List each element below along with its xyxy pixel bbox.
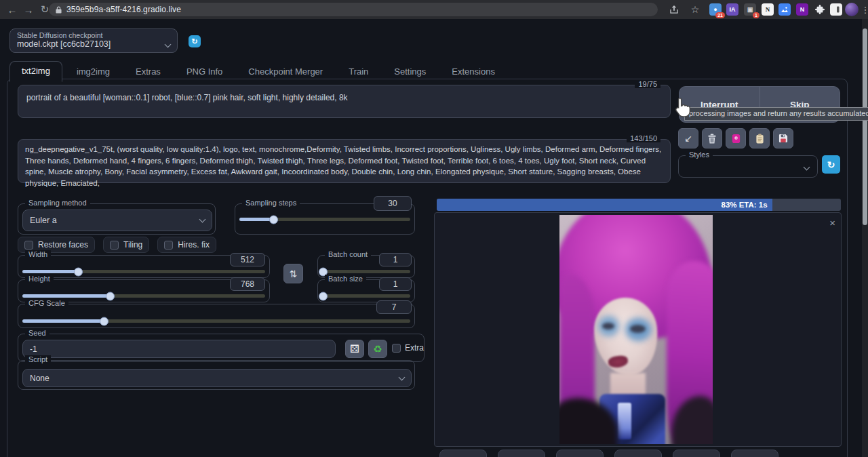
sampling-method-select[interactable]: Euler a	[22, 210, 212, 231]
chevron-down-icon	[199, 216, 206, 223]
scrollbar-thumb[interactable]	[863, 28, 867, 225]
checkpoint-label: Stable Diffusion checkpoint	[17, 31, 170, 39]
result-action-button-6[interactable]	[731, 450, 778, 457]
sampling-method-block: Sampling method Euler a	[18, 203, 216, 235]
tab-txt2img[interactable]: txt2img	[9, 61, 62, 82]
url-text: 359e5b9a-a5ff-4216.gradio.live	[66, 5, 181, 14]
cfg-scale-block: CFG Scale 7	[18, 304, 415, 328]
swap-arrows-icon: ⇅	[290, 269, 298, 279]
styles-refresh-button[interactable]: ↻	[822, 155, 840, 174]
sampling-steps-slider[interactable]	[239, 218, 410, 221]
prompt-textarea[interactable]: 19/75 portrait of a beautiful [woman::0.…	[18, 85, 671, 118]
tab-checkpoint-merger[interactable]: Checkpoint Merger	[237, 62, 334, 82]
clear-prompt-button[interactable]	[702, 128, 722, 148]
extra-seed-checkbox[interactable]	[392, 344, 401, 353]
notion-extension-icon[interactable]: N	[762, 3, 774, 16]
sampling-steps-input[interactable]: 30	[374, 196, 412, 211]
script-value: None	[30, 374, 50, 383]
browser-menu-icon[interactable]: ⋮	[859, 3, 868, 16]
save-style-button[interactable]	[773, 128, 793, 148]
slider-thumb[interactable]	[100, 317, 108, 325]
reuse-seed-button[interactable]: ♻	[368, 340, 387, 358]
height-slider[interactable]	[22, 294, 265, 298]
cfg-scale-slider[interactable]	[22, 319, 410, 323]
checkpoint-dropdown[interactable]: Stable Diffusion checkpoint model.ckpt […	[9, 28, 178, 53]
negative-prompt-textarea[interactable]: 143/150 ng_deepnegative_v1_75t, (worst q…	[18, 139, 671, 183]
chevron-down-icon	[399, 374, 406, 380]
url-bar[interactable]: 359e5b9a-a5ff-4216.gradio.live	[49, 3, 658, 16]
width-slider[interactable]	[22, 270, 265, 273]
cfg-scale-input[interactable]: 7	[376, 300, 412, 314]
result-action-button-5[interactable]	[673, 450, 720, 457]
height-input[interactable]: 768	[230, 277, 265, 291]
checkbox-icon	[110, 241, 119, 250]
checkbox-icon	[24, 241, 33, 250]
tab-img2img[interactable]: img2img	[65, 62, 121, 82]
tiling-checkbox[interactable]: Tiling	[103, 237, 149, 253]
profile-avatar[interactable]	[845, 3, 859, 16]
sampling-method-value: Euler a	[30, 216, 57, 225]
tab-png-info[interactable]: PNG Info	[175, 62, 234, 82]
page-scrollbar	[862, 19, 868, 457]
tab-extras[interactable]: Extras	[124, 62, 172, 82]
restore-faces-label: Restore faces	[38, 240, 88, 250]
seed-input[interactable]: -1	[22, 340, 336, 358]
width-block: Width 512	[18, 255, 270, 278]
prompt-text: portrait of a beautiful [woman::0.1] rob…	[18, 85, 670, 111]
height-label: Height	[25, 275, 54, 283]
ia-extension-icon[interactable]: IA	[726, 3, 738, 16]
slider-thumb[interactable]	[269, 215, 278, 224]
hires-fix-label: Hires. fix	[178, 240, 210, 250]
slider-thumb[interactable]	[106, 292, 115, 300]
close-image-button[interactable]: ×	[829, 218, 835, 228]
batch-size-input[interactable]: 1	[379, 277, 412, 291]
script-select[interactable]: None	[22, 369, 412, 387]
prompt-token-counter: 19/75	[635, 80, 660, 88]
dice-icon: ⚄	[350, 342, 359, 355]
screenshot-extension-icon[interactable]: ▣1	[744, 3, 756, 16]
recycle-icon: ♻	[373, 343, 382, 355]
generated-image[interactable]	[559, 215, 713, 444]
screenshot-extension-badge: 1	[753, 12, 760, 18]
width-label: Width	[25, 250, 51, 258]
extra-seed-label: Extra	[405, 343, 424, 353]
sidebar-extension-icon[interactable]	[830, 3, 842, 16]
floppy-disk-icon	[778, 134, 788, 143]
show-extra-networks-button[interactable]	[726, 128, 746, 148]
puzzle-extension-icon[interactable]	[814, 3, 826, 16]
swap-dimensions-button[interactable]: ⇅	[283, 264, 303, 283]
apply-styles-button[interactable]	[749, 128, 770, 148]
batch-count-input[interactable]: 1	[379, 253, 412, 266]
tab-extensions[interactable]: Extensions	[440, 62, 507, 82]
slider-thumb[interactable]	[319, 292, 328, 300]
share-icon[interactable]	[668, 3, 680, 16]
tab-settings[interactable]: Settings	[382, 62, 437, 82]
tab-train[interactable]: Train	[337, 62, 380, 82]
interrupt-tooltip: processing images and return any results…	[684, 107, 868, 121]
bookmark-star-icon[interactable]: ☆	[689, 3, 701, 16]
paste-generation-params-button[interactable]: ↙	[678, 128, 698, 148]
result-action-button-3[interactable]	[556, 450, 604, 457]
negative-prompt-token-counter: 143/150	[627, 134, 660, 142]
back-icon[interactable]: ←	[4, 4, 20, 16]
pin-extension-icon[interactable]: ●21	[709, 3, 722, 16]
chevron-down-icon	[165, 41, 172, 48]
result-action-button-2[interactable]	[498, 450, 545, 457]
styles-dropdown[interactable]: Styles	[678, 155, 818, 178]
batch-count-slider[interactable]	[322, 270, 410, 273]
hires-fix-checkbox[interactable]: Hires. fix	[157, 237, 216, 253]
batch-size-slider[interactable]	[322, 294, 410, 298]
forward-icon[interactable]: →	[20, 4, 37, 16]
result-action-button-1[interactable]	[439, 450, 487, 457]
pin-extension-badge: 21	[715, 12, 725, 18]
result-action-button-4[interactable]	[614, 450, 662, 457]
image-extension-icon[interactable]	[778, 3, 791, 16]
slider-thumb[interactable]	[74, 267, 83, 276]
checkpoint-refresh-button[interactable]: ↻	[189, 35, 201, 47]
styles-label: Styles	[686, 151, 713, 159]
browser-toolbar: ← → ↻ 359e5b9a-a5ff-4216.gradio.live ☆ ●…	[0, 0, 868, 19]
random-seed-button[interactable]: ⚄	[345, 340, 364, 358]
width-input[interactable]: 512	[230, 253, 265, 266]
onenote-extension-icon[interactable]: N	[796, 3, 808, 16]
seed-block: Seed -1 ⚄ ♻ Extra	[18, 334, 425, 362]
